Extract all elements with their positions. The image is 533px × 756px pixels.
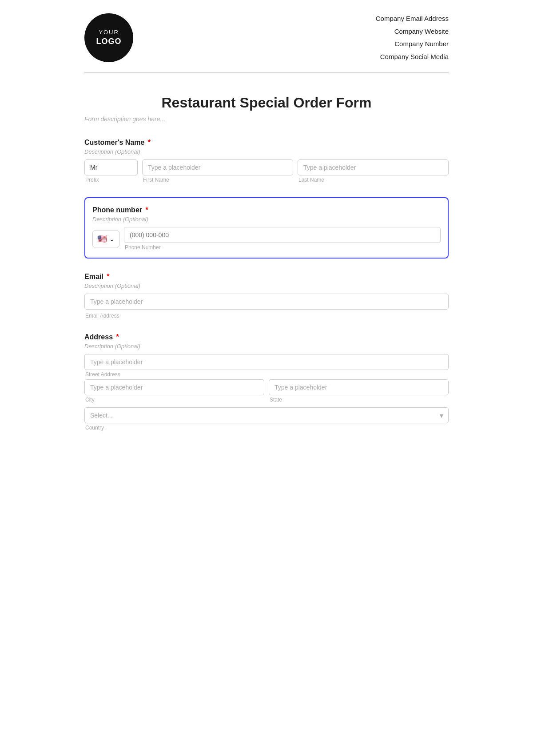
company-social: Company Social Media	[376, 51, 449, 64]
address-label: Address *	[84, 333, 449, 341]
street-wrap: Street Address	[84, 354, 449, 378]
required-marker: *	[114, 333, 119, 341]
first-name-label: First Name	[142, 177, 293, 183]
city-wrap: City	[84, 379, 264, 403]
page-header: YOUR LOGO Company Email Address Company …	[67, 0, 466, 72]
prefix-input[interactable]	[84, 159, 138, 175]
city-state-row: City State	[84, 379, 449, 403]
form-title: Restaurant Special Order Form	[84, 95, 449, 111]
address-desc: Description (Optional)	[84, 343, 449, 350]
customer-name-inputs: Prefix First Name Last Name	[84, 159, 449, 183]
first-name-wrap: First Name	[142, 159, 293, 183]
phone-inputs: 🇺🇸 ⌄ Phone Number	[92, 227, 441, 251]
customer-name-desc: Description (Optional)	[84, 148, 449, 155]
company-website: Company Website	[376, 25, 449, 38]
street-input[interactable]	[84, 354, 449, 370]
prefix-label: Prefix	[84, 177, 138, 183]
email-group: Email * Description (Optional) Email Add…	[84, 273, 449, 319]
email-address-label: Email Address	[84, 313, 449, 319]
email-desc: Description (Optional)	[84, 283, 449, 289]
logo-line2: LOGO	[96, 36, 122, 47]
required-marker: *	[105, 273, 110, 280]
phone-flag-button[interactable]: 🇺🇸 ⌄	[92, 231, 119, 247]
customer-name-label: Customer's Name *	[84, 139, 449, 147]
email-label: Email *	[84, 273, 449, 281]
phone-input[interactable]	[124, 227, 441, 243]
phone-number-label: Phone Number	[124, 244, 441, 251]
company-info: Company Email Address Company Website Co…	[376, 12, 449, 63]
required-marker: *	[143, 206, 148, 214]
phone-input-wrap: Phone Number	[124, 227, 441, 251]
city-input[interactable]	[84, 379, 264, 395]
state-label: State	[269, 397, 449, 403]
country-wrap: Select... Country	[84, 407, 449, 431]
company-number: Company Number	[376, 38, 449, 51]
flag-icon: 🇺🇸	[97, 234, 107, 244]
country-select[interactable]: Select...	[84, 407, 449, 423]
country-label: Country	[84, 425, 449, 431]
last-name-label: Last Name	[298, 177, 449, 183]
first-name-input[interactable]	[142, 159, 293, 175]
email-input[interactable]	[84, 294, 449, 310]
prefix-wrap: Prefix	[84, 159, 138, 183]
chevron-down-icon: ⌄	[109, 235, 115, 243]
company-email: Company Email Address	[376, 12, 449, 25]
customer-name-group: Customer's Name * Description (Optional)…	[84, 139, 449, 183]
logo-line1: YOUR	[99, 29, 119, 36]
state-input[interactable]	[269, 379, 449, 395]
address-group: Address * Description (Optional) Street …	[84, 333, 449, 431]
form-body: Restaurant Special Order Form Form descr…	[67, 72, 466, 472]
phone-desc: Description (Optional)	[92, 216, 441, 223]
company-logo: YOUR LOGO	[84, 13, 133, 62]
required-marker: *	[146, 139, 151, 146]
street-label: Street Address	[84, 371, 449, 378]
phone-label: Phone number *	[92, 206, 441, 214]
last-name-wrap: Last Name	[298, 159, 449, 183]
form-description: Form description goes here...	[84, 115, 449, 123]
phone-number-group: Phone number * Description (Optional) 🇺🇸…	[84, 197, 449, 259]
last-name-input[interactable]	[298, 159, 449, 175]
country-select-wrap: Select...	[84, 407, 449, 423]
city-label: City	[84, 397, 264, 403]
state-wrap: State	[269, 379, 449, 403]
